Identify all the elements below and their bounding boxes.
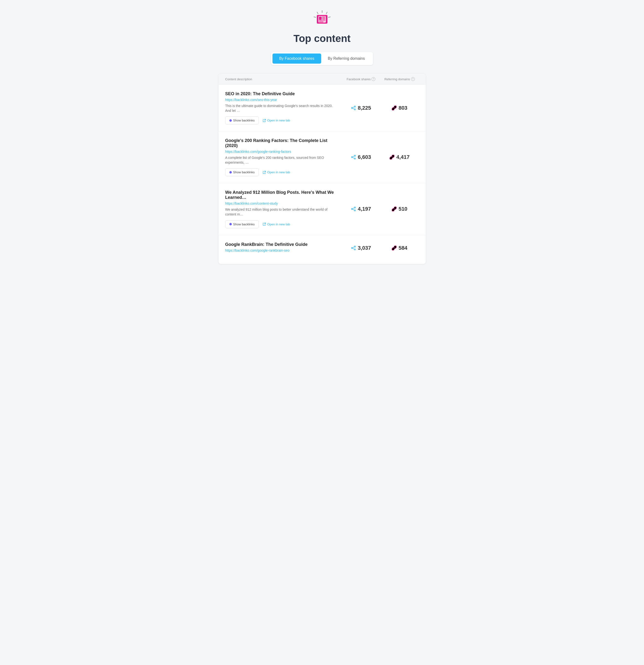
row-title: Google RankBrain: The Definitive Guide xyxy=(225,242,336,247)
facebook-shares-value: 3,037 xyxy=(358,245,371,251)
row-description: Google RankBrain: The Definitive Guide h… xyxy=(225,242,342,254)
facebook-shares-value: 8,225 xyxy=(358,105,371,111)
page-wrapper: Top content By Facebook shares By Referr… xyxy=(218,10,426,264)
row-facebook-metric: 8,225 xyxy=(342,105,380,111)
referring-domains-value: 4,417 xyxy=(396,154,410,160)
row-url[interactable]: https://backlinko.com/seo-this-year xyxy=(225,98,336,102)
svg-point-18 xyxy=(354,158,355,159)
svg-line-31 xyxy=(352,248,354,249)
svg-rect-6 xyxy=(319,17,321,20)
svg-line-1 xyxy=(317,12,318,14)
row-referring-metric: 4,417 xyxy=(380,154,419,160)
row-excerpt: A complete list of Google's 200 ranking … xyxy=(225,155,336,165)
share-icon xyxy=(351,155,356,159)
svg-point-13 xyxy=(354,109,355,110)
table-row: Google's 200 Ranking Factors: The Comple… xyxy=(218,131,426,183)
svg-line-25 xyxy=(352,208,354,209)
svg-line-3 xyxy=(326,12,327,14)
backlinks-dot-icon xyxy=(229,119,232,122)
external-link-icon xyxy=(262,119,266,122)
svg-rect-8 xyxy=(322,18,325,19)
row-url[interactable]: https://backlinko.com/google-rankbrain-s… xyxy=(225,248,336,252)
content-table: Content description Facebook shares ? Re… xyxy=(218,74,426,264)
row-actions: Show backlinks Open in new tab xyxy=(225,220,336,228)
row-title: Google's 200 Ranking Factors: The Comple… xyxy=(225,138,336,148)
svg-point-22 xyxy=(354,207,355,208)
row-url[interactable]: https://backlinko.com/google-ranking-fac… xyxy=(225,150,336,154)
show-backlinks-button[interactable]: Show backlinks xyxy=(225,220,259,228)
open-in-new-tab-link[interactable]: Open in new tab xyxy=(262,170,290,174)
svg-rect-9 xyxy=(322,19,325,20)
svg-line-16 xyxy=(352,108,354,109)
svg-line-26 xyxy=(352,209,354,210)
svg-point-19 xyxy=(351,157,352,158)
row-referring-metric: 584 xyxy=(380,245,419,251)
show-backlinks-button[interactable]: Show backlinks xyxy=(225,116,259,125)
referring-domains-value: 584 xyxy=(398,245,407,251)
row-referring-metric: 510 xyxy=(380,206,419,212)
row-facebook-metric: 6,603 xyxy=(342,154,380,160)
page-title: Top content xyxy=(293,33,351,44)
facebook-shares-value: 6,603 xyxy=(358,154,371,160)
svg-point-12 xyxy=(354,106,355,107)
svg-line-4 xyxy=(328,17,330,17)
tab-referring-domains[interactable]: By Referring domains xyxy=(321,54,372,64)
tab-facebook-shares[interactable]: By Facebook shares xyxy=(273,54,321,64)
open-in-new-tab-link[interactable]: Open in new tab xyxy=(262,223,290,226)
row-actions: Show backlinks Open in new tab xyxy=(225,168,336,176)
row-facebook-metric: 3,037 xyxy=(342,245,380,251)
row-url[interactable]: https://backlinko.com/content-study xyxy=(225,202,336,205)
col-facebook-shares-header: Facebook shares ? xyxy=(342,77,380,81)
table-header: Content description Facebook shares ? Re… xyxy=(218,74,426,84)
table-row: SEO in 2020: The Definitive Guide https:… xyxy=(218,84,426,131)
row-excerpt: This is the ultimate guide to dominating… xyxy=(225,103,336,113)
share-icon xyxy=(351,106,356,110)
row-description: We Analyzed 912 Million Blog Posts. Here… xyxy=(225,190,342,228)
row-title: SEO in 2020: The Definitive Guide xyxy=(225,91,336,96)
link-icon xyxy=(392,106,396,110)
referring-domains-value: 510 xyxy=(398,206,407,212)
col-referring-domains-header: Referring domains ? xyxy=(380,77,419,81)
row-actions: Show backlinks Open in new tab xyxy=(225,116,336,125)
svg-line-30 xyxy=(352,247,354,248)
news-icon-svg xyxy=(318,16,326,23)
row-description: SEO in 2020: The Definitive Guide https:… xyxy=(225,91,342,125)
referring-domains-value: 803 xyxy=(398,105,407,111)
content-table-wrapper: Content description Facebook shares ? Re… xyxy=(218,74,426,264)
svg-rect-10 xyxy=(319,20,325,21)
row-title: We Analyzed 912 Million Blog Posts. Here… xyxy=(225,190,336,200)
col-description-header: Content description xyxy=(225,77,342,81)
share-icon xyxy=(351,207,356,211)
share-icon xyxy=(351,246,356,250)
svg-line-2 xyxy=(314,17,316,17)
svg-point-17 xyxy=(354,155,355,156)
facebook-shares-help-icon[interactable]: ? xyxy=(371,77,375,81)
link-icon xyxy=(392,246,396,250)
referring-domains-help-icon[interactable]: ? xyxy=(411,77,415,81)
table-row: We Analyzed 912 Million Blog Posts. Here… xyxy=(218,183,426,235)
row-facebook-metric: 4,197 xyxy=(342,206,380,212)
svg-point-23 xyxy=(354,210,355,211)
svg-rect-11 xyxy=(319,22,323,22)
svg-rect-7 xyxy=(322,17,325,17)
external-link-icon xyxy=(262,223,266,226)
svg-point-14 xyxy=(351,107,352,109)
row-description: Google's 200 Ranking Factors: The Comple… xyxy=(225,138,342,176)
row-referring-metric: 803 xyxy=(380,105,419,111)
svg-line-15 xyxy=(352,107,354,108)
facebook-shares-value: 4,197 xyxy=(358,206,371,212)
news-icon xyxy=(317,15,327,24)
svg-point-29 xyxy=(351,248,352,249)
row-excerpt: We analyzed 912 million blog posts to be… xyxy=(225,207,336,217)
table-row: Google RankBrain: The Definitive Guide h… xyxy=(218,235,426,264)
tab-group: By Facebook shares By Referring domains xyxy=(271,52,373,65)
backlinks-dot-icon xyxy=(229,223,232,225)
open-in-new-tab-link[interactable]: Open in new tab xyxy=(262,119,290,122)
svg-line-21 xyxy=(352,158,354,158)
svg-point-28 xyxy=(354,249,355,250)
svg-point-24 xyxy=(351,208,352,210)
svg-line-20 xyxy=(352,156,354,157)
show-backlinks-button[interactable]: Show backlinks xyxy=(225,168,259,176)
svg-point-27 xyxy=(354,246,355,247)
link-icon xyxy=(392,207,396,211)
